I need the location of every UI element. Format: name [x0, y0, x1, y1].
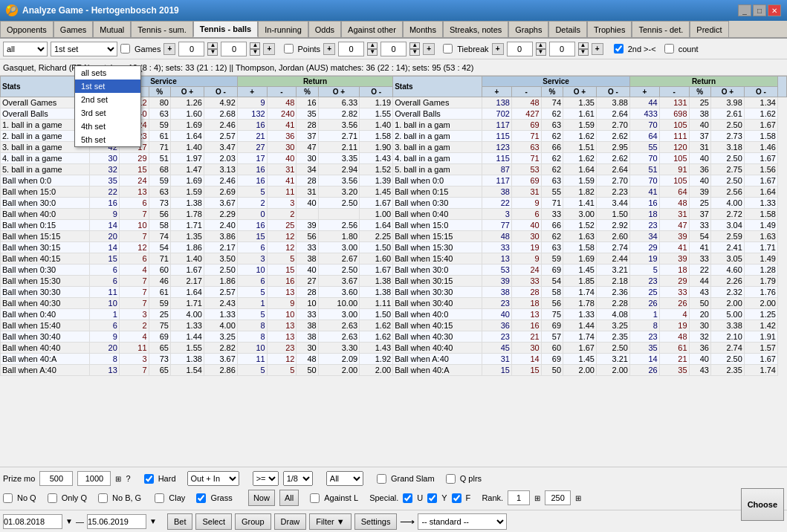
tab-streaks[interactable]: Streaks, notes — [443, 21, 508, 37]
dropdown-item-2ndset[interactable]: 2nd set — [75, 93, 140, 106]
points-checkbox[interactable] — [284, 44, 294, 53]
rsvc-op: O + — [563, 87, 597, 97]
tab-games[interactable]: Games — [54, 21, 93, 37]
tab-odds[interactable]: Odds — [308, 21, 341, 37]
onlyq-checkbox[interactable] — [48, 493, 57, 503]
standard-select[interactable]: -- standard -- — [418, 513, 507, 530]
games-spin2-down[interactable]: ▼ — [250, 49, 260, 56]
table-row: Ball when 0:3064601.672.501015402.501.67… — [1, 265, 787, 276]
tab-mutual[interactable]: Mutual — [93, 21, 131, 37]
points-spin-down[interactable]: ▼ — [367, 49, 378, 56]
noq-checkbox[interactable] — [3, 493, 13, 503]
hard-label: Hard — [158, 474, 176, 483]
gte-select[interactable]: >= — [253, 471, 279, 486]
tiebreak-plus2-btn[interactable]: + — [592, 43, 603, 55]
date1-icon[interactable]: ▼ — [65, 517, 73, 525]
points-val1[interactable] — [338, 42, 364, 56]
tab-opponents[interactable]: Opponents — [0, 21, 54, 37]
table-row: Ball when 0:03524591.692.461641283.561.3… — [1, 175, 787, 186]
dropdown-item-4thset[interactable]: 4th set — [75, 120, 140, 133]
out-in-select[interactable]: Out + In — [187, 471, 239, 486]
select-button[interactable]: Select — [195, 513, 232, 530]
date2-icon[interactable]: ▼ — [149, 517, 157, 525]
date-separator: — — [76, 517, 84, 526]
tab-tennis-det[interactable]: Tennis - det. — [632, 21, 690, 37]
points-val2[interactable] — [380, 42, 407, 56]
tab-in-running[interactable]: In-running — [258, 21, 308, 37]
settings-button[interactable]: Settings — [354, 513, 398, 530]
lsvc-op: O + — [170, 87, 204, 97]
tiebreak-val2[interactable] — [549, 42, 575, 56]
qplrs-label: Q plrs — [460, 474, 482, 483]
prize-money-input[interactable] — [39, 471, 73, 486]
second-checkbox[interactable] — [614, 44, 624, 53]
maximize-button[interactable]: □ — [753, 4, 766, 16]
dropdown-item-5thset[interactable]: 5th set — [75, 133, 140, 146]
points-spin2-down[interactable]: ▼ — [409, 49, 420, 56]
all-select[interactable]: All — [326, 471, 363, 486]
rank-max-input[interactable] — [545, 490, 571, 505]
tiebreak-checkbox[interactable] — [443, 44, 453, 53]
points-plus2-btn[interactable]: + — [423, 43, 435, 55]
table-row: Ball when 30:30117611.642.57513283.601.3… — [1, 287, 787, 298]
tiebreak-spin-down[interactable]: ▼ — [536, 49, 546, 56]
dropdown-item-3rdset[interactable]: 3rd set — [75, 106, 140, 120]
y-label: Y — [441, 493, 447, 502]
stats-header-right: Stats — [393, 77, 482, 97]
tab-predict[interactable]: Predict — [690, 21, 728, 37]
filter-all-select[interactable]: all — [3, 42, 48, 56]
dropdown-item-1stset[interactable]: 1st set — [75, 80, 140, 93]
now-button[interactable]: Now — [248, 490, 275, 506]
set-select[interactable]: 1st set — [51, 42, 117, 56]
all-button[interactable]: All — [279, 490, 299, 506]
service-header-right: Service — [482, 77, 630, 87]
choose-button[interactable]: Choose — [741, 488, 784, 521]
group-button[interactable]: Group — [235, 513, 271, 530]
filter-button[interactable]: Filter ▼ — [309, 513, 351, 530]
nobg-checkbox[interactable] — [98, 493, 108, 503]
lsvc-pct: % — [149, 87, 170, 97]
y-checkbox[interactable] — [427, 493, 437, 503]
dropdown-item-allsets[interactable]: all sets — [75, 66, 140, 80]
points-plus-btn[interactable]: + — [323, 43, 335, 55]
draw-button[interactable]: Draw — [274, 513, 307, 530]
rank-input[interactable] — [508, 490, 530, 505]
games-label: Games — [135, 45, 161, 53]
f-checkbox[interactable] — [452, 493, 461, 503]
set-dropdown[interactable]: all sets 1st set 2nd set 3rd set 4th set… — [74, 65, 141, 147]
frac-select[interactable]: 1/8 — [283, 471, 313, 486]
tab-against-other[interactable]: Against other — [341, 21, 403, 37]
date1-input[interactable] — [3, 514, 62, 529]
games-plus2-btn[interactable]: + — [263, 43, 275, 55]
tab-graphs[interactable]: Graphs — [508, 21, 548, 37]
tab-details[interactable]: Details — [548, 21, 587, 37]
hard-checkbox[interactable] — [144, 474, 154, 484]
u-checkbox[interactable] — [403, 493, 412, 503]
table-row: Ball when 15:02213631.592.69511313.201.4… — [1, 186, 787, 198]
tab-months[interactable]: Months — [403, 21, 443, 37]
qplrs-checkbox[interactable] — [446, 474, 456, 484]
clay-checkbox[interactable] — [155, 493, 164, 503]
date2-input[interactable] — [87, 514, 146, 529]
bet-button[interactable]: Bet — [167, 513, 193, 530]
games-spin-down[interactable]: ▼ — [207, 49, 218, 56]
title-bar: 🎾 Analyze Game - Hertogenbosch 2019 _ □ … — [0, 0, 787, 21]
tiebreak-spin2-down[interactable]: ▼ — [578, 49, 589, 56]
tab-tennis-balls[interactable]: Tennis - balls — [193, 21, 258, 37]
games-checkbox[interactable] — [120, 44, 130, 53]
tab-tennis-sum[interactable]: Tennis - sum. — [131, 21, 192, 37]
games-val1[interactable] — [178, 42, 204, 56]
tab-trophies[interactable]: Trophies — [587, 21, 632, 37]
grass-checkbox[interactable] — [196, 493, 206, 503]
games-plus-btn[interactable]: + — [163, 43, 175, 55]
tiebreak-val1[interactable] — [507, 42, 533, 56]
games-val2[interactable] — [221, 42, 247, 56]
against-l-checkbox[interactable] — [310, 493, 320, 503]
minimize-button[interactable]: _ — [738, 4, 751, 16]
tiebreak-plus-btn[interactable]: + — [492, 43, 504, 55]
prize-money-max[interactable] — [77, 471, 111, 486]
close-button[interactable]: ✕ — [768, 4, 781, 16]
count-checkbox[interactable] — [664, 44, 674, 53]
grand-slam-checkbox[interactable] — [377, 474, 386, 484]
rsvc-minus: - — [511, 87, 541, 97]
